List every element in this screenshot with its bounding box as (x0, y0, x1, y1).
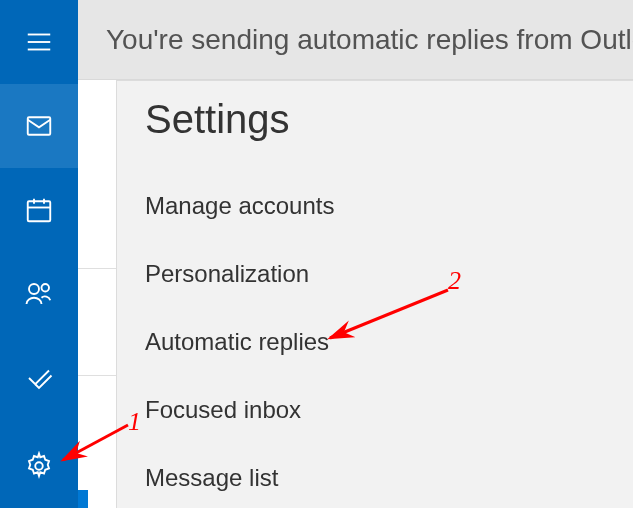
sidebar-item-calendar[interactable] (0, 168, 78, 252)
info-banner-text: You're sending automatic replies from Ou… (106, 24, 633, 56)
divider (78, 268, 116, 269)
sidebar-item-settings[interactable] (0, 424, 78, 508)
content-area: Settings Manage accounts Personalization… (78, 80, 633, 508)
people-icon (24, 279, 54, 309)
settings-item-personalization[interactable]: Personalization (145, 240, 633, 308)
info-banner: You're sending automatic replies from Ou… (78, 0, 633, 80)
svg-rect-4 (28, 201, 51, 221)
selection-accent (78, 490, 88, 508)
divider (78, 375, 116, 376)
nav-sidebar (0, 0, 78, 508)
sidebar-item-mail[interactable] (0, 84, 78, 168)
svg-point-11 (29, 284, 39, 294)
settings-item-focused-inbox[interactable]: Focused inbox (145, 376, 633, 444)
hamburger-icon (24, 27, 54, 57)
settings-title: Settings (145, 97, 633, 142)
svg-point-12 (42, 284, 50, 292)
gear-icon (24, 451, 54, 481)
settings-item-manage-accounts[interactable]: Manage accounts (145, 172, 633, 240)
sidebar-item-todo[interactable] (0, 336, 78, 420)
message-list-strip (78, 80, 116, 508)
hamburger-button[interactable] (0, 0, 78, 84)
svg-rect-3 (28, 117, 51, 135)
svg-point-13 (35, 462, 43, 470)
settings-item-message-list[interactable]: Message list (145, 444, 633, 508)
settings-item-automatic-replies[interactable]: Automatic replies (145, 308, 633, 376)
calendar-icon (24, 195, 54, 225)
settings-panel: Settings Manage accounts Personalization… (116, 80, 633, 508)
mail-icon (24, 111, 54, 141)
todo-icon (24, 363, 54, 393)
sidebar-item-people[interactable] (0, 252, 78, 336)
app-root: You're sending automatic replies from Ou… (0, 0, 633, 508)
